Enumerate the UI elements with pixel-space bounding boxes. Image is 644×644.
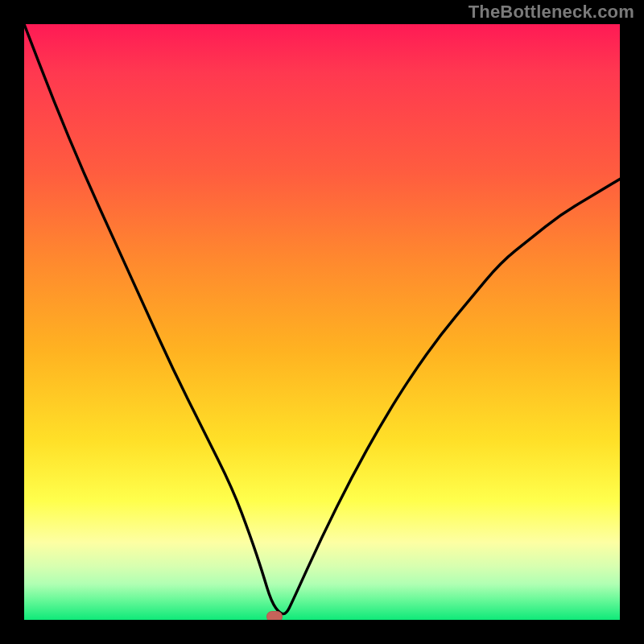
chart-frame: TheBottleneck.com [0, 0, 644, 644]
curve-path [24, 24, 620, 614]
minimum-marker [266, 611, 283, 620]
bottleneck-curve [24, 24, 620, 620]
watermark-text: TheBottleneck.com [469, 2, 634, 23]
plot-area [24, 24, 620, 620]
